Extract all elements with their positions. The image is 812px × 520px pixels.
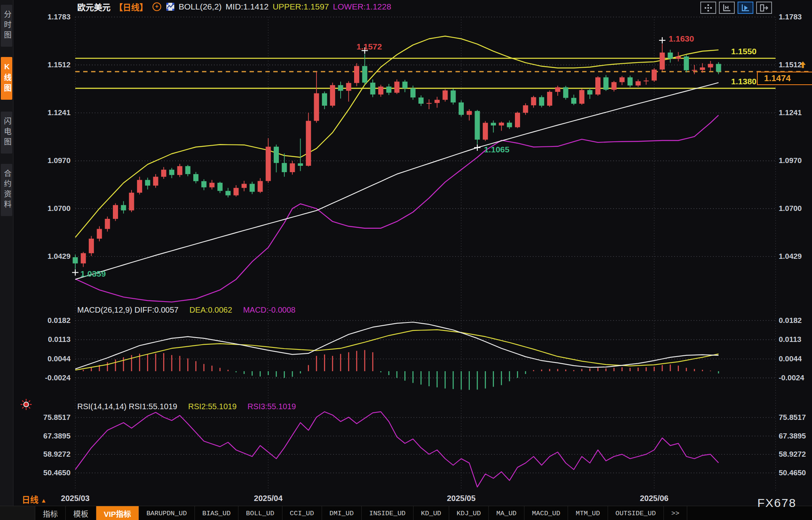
axis-tick: 1.1241 bbox=[23, 108, 71, 118]
left-price-axis: 1.17831.15121.12411.09701.07001.04290.01… bbox=[23, 0, 71, 520]
collapse-panel-icon[interactable] bbox=[756, 2, 772, 14]
axis-tick: 1.0429 bbox=[23, 252, 71, 261]
chart-type-icon[interactable] bbox=[166, 2, 175, 11]
rsi-pane-header: RSI(14,14,14) RSI1:55.1019 RSI2:55.1019 … bbox=[77, 402, 296, 411]
boll-upper-value: UPPER:1.1597 bbox=[273, 2, 329, 11]
axis-tick: 67.3895 bbox=[779, 431, 806, 441]
axis-tick: 0.0182 bbox=[779, 316, 802, 325]
tabbar-spacer bbox=[0, 506, 35, 520]
axis-tick: 75.8517 bbox=[23, 413, 71, 422]
tab--[interactable]: 指标 bbox=[35, 506, 66, 520]
period-tag[interactable]: 【日线】 bbox=[114, 1, 148, 13]
axis-tick: -0.0024 bbox=[779, 373, 804, 383]
support-line-label: 1.1380 bbox=[722, 77, 757, 86]
axis-tick: 50.4650 bbox=[23, 468, 71, 478]
boll-mid-value: MID:1.1412 bbox=[226, 2, 269, 11]
axis-tick: 58.9272 bbox=[23, 450, 71, 459]
chart-type-sidebar: 分时图 K线图 闪电图 合约资料 bbox=[0, 0, 13, 520]
axis-tick: 1.1783 bbox=[23, 12, 71, 22]
pan-icon[interactable] bbox=[700, 2, 716, 14]
axis-tick: -0.0024 bbox=[23, 373, 71, 383]
tab-macd_ud[interactable]: MACD_UD bbox=[524, 506, 568, 520]
rsi2-value: RSI2:55.1019 bbox=[188, 402, 236, 411]
axis-tick: 67.3895 bbox=[23, 431, 71, 441]
tab-barupdn_ud[interactable]: BARUPDN_UD bbox=[139, 506, 195, 520]
tab-cci_ud[interactable]: CCI_UD bbox=[282, 506, 322, 520]
axis-tick: 1.0700 bbox=[23, 204, 71, 213]
tab-outside_ud[interactable]: OUTSIDE_UD bbox=[608, 506, 664, 520]
swing-low-label-march: 1.0359 bbox=[80, 269, 106, 279]
sidebar-item-time-chart[interactable]: 分时图 bbox=[1, 5, 12, 47]
swing-high-label-april: 1.1572 bbox=[356, 42, 382, 51]
period-selector[interactable]: 日线 ▲ bbox=[22, 493, 47, 505]
axis-tick: 0.0044 bbox=[23, 354, 71, 364]
tab--[interactable]: 模板 bbox=[66, 506, 96, 520]
rsi3-value: RSI3:55.1019 bbox=[248, 402, 296, 411]
boll-indicator-label: BOLL(26,2) bbox=[179, 2, 222, 11]
symbol-title: 欧元美元 bbox=[77, 1, 111, 13]
period-arrow-icon: ▲ bbox=[41, 497, 47, 504]
measure-icon[interactable] bbox=[719, 2, 735, 14]
axis-tick: 0.0044 bbox=[779, 354, 802, 364]
sidebar-item-flash-chart[interactable]: 闪电图 bbox=[1, 112, 12, 154]
tab-boll_ud[interactable]: BOLL_UD bbox=[238, 506, 282, 520]
tab->>[interactable]: >> bbox=[664, 506, 687, 520]
date-tick: 2025/03 bbox=[48, 494, 103, 503]
chart-canvas[interactable] bbox=[0, 0, 812, 520]
axis-tick: 1.0429 bbox=[779, 252, 802, 261]
axis-tick: 0.0182 bbox=[23, 316, 71, 325]
tab-bias_ud[interactable]: BIAS_UD bbox=[195, 506, 238, 520]
chart-header: 欧元美元 【日线】 + BOLL(26,2) MID:1.1412 UPPER:… bbox=[77, 1, 391, 13]
tab-inside_ud[interactable]: INSIDE_UD bbox=[362, 506, 414, 520]
chart-toolbar bbox=[700, 2, 772, 14]
last-price-flag: 1.1474 bbox=[757, 72, 812, 85]
date-tick: 2025/05 bbox=[433, 494, 489, 503]
tab-dmi_ud[interactable]: DMI_UD bbox=[322, 506, 362, 520]
tab-vip-[interactable]: VIP指标 bbox=[96, 506, 139, 520]
tab-kd_ud[interactable]: KD_UD bbox=[414, 506, 449, 520]
price-up-arrow-icon bbox=[798, 60, 808, 72]
axis-tick: 58.9272 bbox=[779, 450, 806, 459]
axis-tick: 1.1241 bbox=[779, 108, 802, 118]
period-selector-label: 日线 bbox=[22, 495, 38, 504]
sidebar-item-contract-info[interactable]: 合约资料 bbox=[1, 164, 12, 216]
macd-diff-value: MACD(26,12,9) DIFF:0.0057 bbox=[77, 306, 179, 314]
date-tick: 2025/04 bbox=[240, 494, 296, 503]
macd-pane-header: MACD(26,12,9) DIFF:0.0057 DEA:0.0062 MAC… bbox=[77, 306, 295, 315]
indicator-tab-bar: 指标模板VIP指标BARUPDN_UDBIAS_UDBOLL_UDCCI_UDD… bbox=[0, 506, 812, 520]
axis-tick: 1.0700 bbox=[779, 204, 802, 213]
axis-tick: 75.8517 bbox=[779, 413, 806, 422]
rsi1-value: RSI(14,14,14) RSI1:55.1019 bbox=[77, 402, 177, 411]
fx678-watermark: FX678 bbox=[757, 496, 796, 510]
macd-hist-value: MACD:-0.0008 bbox=[243, 306, 295, 314]
axis-tick: 0.0113 bbox=[23, 335, 71, 344]
axis-tick: 50.4650 bbox=[779, 468, 806, 478]
axis-tick: 1.1783 bbox=[779, 12, 802, 22]
zoom-run-icon[interactable] bbox=[738, 2, 753, 14]
boll-lower-value: LOWER:1.1228 bbox=[333, 2, 391, 11]
axis-tick: 1.0970 bbox=[23, 156, 71, 165]
add-indicator-icon[interactable]: + bbox=[152, 2, 161, 11]
swing-high-label-june: 1.1630 bbox=[669, 34, 694, 44]
resistance-line-label: 1.1550 bbox=[722, 47, 757, 56]
date-tick: 2025/06 bbox=[627, 494, 682, 503]
app-root: { "header": { "symbol": "欧元美元", "period"… bbox=[0, 0, 812, 520]
tab-ma_ud[interactable]: MA_UD bbox=[489, 506, 524, 520]
tab-kdj_ud[interactable]: KDJ_UD bbox=[449, 506, 489, 520]
indicator-settings-icon[interactable] bbox=[20, 398, 32, 412]
axis-tick: 1.1512 bbox=[23, 60, 71, 70]
tab-mtm_ud[interactable]: MTM_UD bbox=[568, 506, 608, 520]
sidebar-item-kline-chart[interactable]: K线图 bbox=[1, 57, 12, 100]
swing-low-label-may: 1.1065 bbox=[484, 145, 509, 154]
axis-tick: 0.0113 bbox=[779, 335, 801, 344]
axis-tick: 1.0970 bbox=[779, 156, 802, 165]
macd-dea-value: DEA:0.0062 bbox=[189, 306, 232, 314]
